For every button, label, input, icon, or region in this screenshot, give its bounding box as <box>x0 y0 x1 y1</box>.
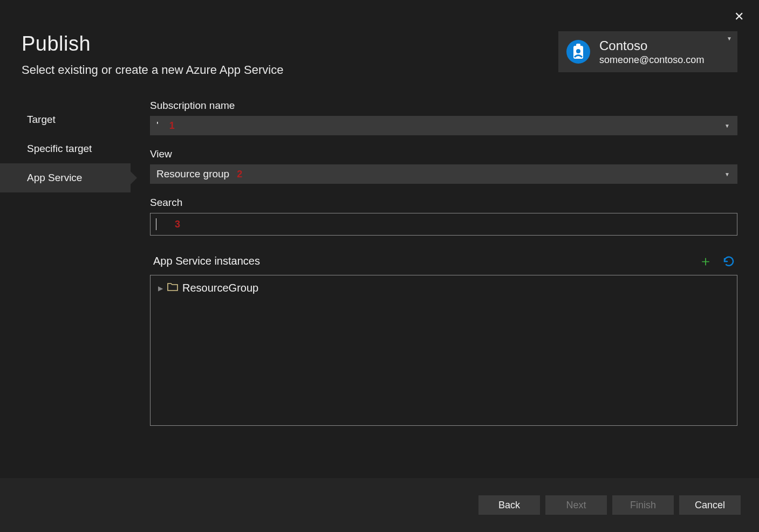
account-selector[interactable]: Contoso someone@contoso.com ▼ <box>558 31 737 72</box>
account-text: Contoso someone@contoso.com <box>599 38 719 66</box>
account-email: someone@contoso.com <box>599 54 719 66</box>
chevron-down-icon: ▼ <box>727 36 732 42</box>
annotation-3: 3 <box>175 219 180 230</box>
sidebar-item-label: Specific target <box>27 143 92 154</box>
dialog-footer: Back Next Finish Cancel <box>0 478 759 532</box>
text-cursor <box>156 218 156 230</box>
view-label: View <box>150 148 737 160</box>
chevron-down-icon: ▼ <box>724 171 730 177</box>
svg-point-3 <box>576 49 580 53</box>
subscription-dropdown[interactable]: ' 1 ▼ <box>150 116 737 135</box>
next-button[interactable]: Next <box>545 495 607 515</box>
instances-tree[interactable]: ▶ ResourceGroup <box>150 275 737 426</box>
publish-dialog: ✕ Contoso someone@contoso.com ▼ Publish … <box>0 0 759 532</box>
refresh-icon[interactable] <box>722 252 735 271</box>
search-label: Search <box>150 197 737 209</box>
subscription-value: ' <box>156 120 159 132</box>
annotation-1: 1 <box>169 120 175 132</box>
sidebar-item-label: App Service <box>27 172 82 183</box>
sidebar-item-specific-target[interactable]: Specific target <box>0 134 131 163</box>
instances-header: App Service instances ＋ <box>150 252 737 271</box>
chevron-down-icon: ▼ <box>724 123 730 129</box>
sidebar-item-app-service[interactable]: App Service <box>0 163 131 192</box>
cancel-button[interactable]: Cancel <box>679 495 741 515</box>
main-panel: Subscription name ' 1 ▼ View Resource gr… <box>131 100 737 478</box>
sidebar-item-label: Target <box>27 114 56 125</box>
account-badge-icon <box>565 38 592 65</box>
search-input-wrapper[interactable]: 3 <box>150 213 737 236</box>
tree-item-label: ResourceGroup <box>182 282 258 294</box>
folder-icon <box>167 282 178 294</box>
sidebar-item-target[interactable]: Target <box>0 105 131 134</box>
view-value: Resource group <box>156 168 229 180</box>
finish-button[interactable]: Finish <box>612 495 674 515</box>
dialog-body: Target Specific target App Service Subsc… <box>0 88 759 478</box>
tree-item-resource-group[interactable]: ▶ ResourceGroup <box>156 280 731 296</box>
expand-icon[interactable]: ▶ <box>158 285 163 292</box>
view-dropdown[interactable]: Resource group 2 ▼ <box>150 164 737 184</box>
add-icon[interactable]: ＋ <box>699 252 713 271</box>
annotation-2: 2 <box>237 169 242 180</box>
back-button[interactable]: Back <box>478 495 540 515</box>
svg-rect-2 <box>576 44 580 47</box>
account-name: Contoso <box>599 38 719 54</box>
sidebar: Target Specific target App Service <box>0 100 131 478</box>
instances-label: App Service instances <box>150 255 260 267</box>
close-button[interactable]: ✕ <box>734 10 744 24</box>
subscription-label: Subscription name <box>150 100 737 112</box>
